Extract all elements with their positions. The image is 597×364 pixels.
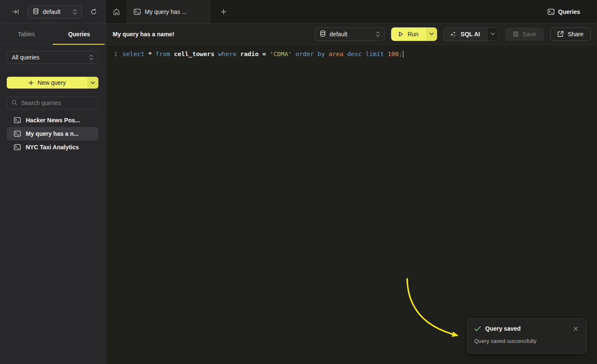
query-list-item[interactable]: Hacker News Pos... — [7, 113, 98, 127]
sidebar-tabs: Tables Queries — [0, 24, 105, 45]
database-selector-value: default — [43, 8, 60, 15]
chevron-down-icon — [430, 32, 434, 35]
topbar-left: default — [0, 0, 106, 24]
refresh-icon — [90, 8, 97, 15]
play-icon — [398, 31, 404, 37]
code-content: select * from cell_towers where radio = … — [122, 50, 403, 59]
search-queries-field[interactable] — [7, 97, 98, 109]
run-label: Run — [408, 31, 419, 38]
query-list: Hacker News Pos... My query has a n... N… — [7, 113, 98, 154]
console-icon — [134, 9, 140, 15]
check-icon — [474, 326, 481, 332]
save-icon — [513, 31, 519, 37]
code-line: 1 select * from cell_towers where radio … — [106, 50, 597, 59]
query-item-label: Hacker News Pos... — [26, 117, 80, 124]
collapse-sidebar-icon — [12, 9, 19, 15]
page-title[interactable]: My query has a name! — [113, 31, 308, 38]
sql-ai-options-button[interactable] — [487, 28, 498, 40]
console-icon — [14, 144, 21, 150]
toast-close-button[interactable] — [572, 325, 579, 332]
save-label: Save — [523, 31, 536, 38]
sql-editor[interactable]: 1 select * from cell_towers where radio … — [106, 45, 597, 364]
topbar-main: My query has ... Queries — [106, 0, 597, 24]
sql-ai-label: SQL AI — [461, 31, 480, 38]
console-icon — [14, 131, 21, 137]
share-button[interactable]: Share — [550, 27, 591, 41]
chevrons-up-down-icon — [89, 54, 94, 60]
sql-ai-button[interactable]: SQL AI — [444, 28, 487, 40]
database-selector[interactable]: default — [28, 5, 81, 19]
query-item-label: My query has a n... — [26, 130, 78, 137]
tab-label: My query has ... — [145, 8, 187, 15]
main-header: My query has a name! default — [106, 24, 597, 45]
sidebar-tab-queries[interactable]: Queries — [53, 24, 105, 44]
new-query-dropdown-button[interactable] — [87, 77, 98, 89]
home-button[interactable] — [111, 6, 122, 17]
new-query-split-button: New query — [7, 77, 98, 89]
console-icon — [548, 9, 554, 15]
collapse-sidebar-button[interactable] — [11, 6, 21, 17]
sidebar: Tables Queries All queries — [0, 24, 106, 364]
app-root: default — [0, 0, 597, 364]
chevron-down-icon — [91, 81, 95, 84]
queries-filter-value: All queries — [12, 54, 39, 61]
text-cursor — [403, 51, 404, 57]
sparkles-icon — [450, 31, 457, 38]
search-icon — [11, 100, 17, 107]
run-button[interactable]: Run — [391, 27, 426, 41]
search-input[interactable] — [21, 100, 97, 106]
new-tab-button[interactable] — [218, 6, 229, 17]
share-label: Share — [568, 31, 583, 38]
new-query-label: New query — [38, 79, 66, 86]
toast-title: Query saved — [485, 325, 521, 332]
sidebar-body: All queries New query — [0, 45, 105, 154]
new-query-button[interactable]: New query — [7, 77, 87, 89]
tab-my-query[interactable]: My query has ... — [126, 0, 211, 23]
chevron-down-icon — [491, 32, 495, 35]
queries-indicator[interactable]: Queries — [548, 8, 580, 15]
plus-icon — [221, 9, 227, 15]
plus-icon — [28, 80, 34, 86]
console-icon — [14, 117, 21, 123]
editor-database-value: default — [330, 31, 347, 38]
line-number: 1 — [113, 50, 117, 59]
queries-indicator-label: Queries — [558, 8, 580, 15]
run-split-button: Run — [391, 27, 437, 41]
editor-database-selector[interactable]: default — [315, 27, 385, 41]
main-panel: My query has a name! default — [106, 24, 597, 364]
refresh-button[interactable] — [89, 6, 99, 17]
run-options-button[interactable] — [426, 27, 437, 41]
toast-message: Query saved successfully — [474, 338, 579, 344]
query-list-item[interactable]: My query has a n... — [7, 127, 98, 140]
sidebar-tab-tables[interactable]: Tables — [0, 24, 53, 44]
chevrons-up-down-icon — [375, 31, 380, 37]
toast-query-saved: Query saved Query saved successfully — [467, 318, 586, 353]
toast-header: Query saved — [474, 325, 579, 332]
chevrons-up-down-icon — [73, 9, 77, 15]
database-icon — [320, 30, 326, 38]
share-icon — [557, 31, 564, 37]
sql-ai-split-button: SQL AI — [443, 27, 499, 41]
database-icon — [33, 8, 39, 16]
close-icon — [573, 326, 578, 331]
home-icon — [113, 8, 120, 16]
query-list-item[interactable]: NYC Taxi Analytics — [7, 140, 98, 154]
query-item-label: NYC Taxi Analytics — [26, 144, 79, 151]
save-button[interactable]: Save — [505, 27, 544, 41]
queries-filter-select[interactable]: All queries — [7, 51, 98, 64]
